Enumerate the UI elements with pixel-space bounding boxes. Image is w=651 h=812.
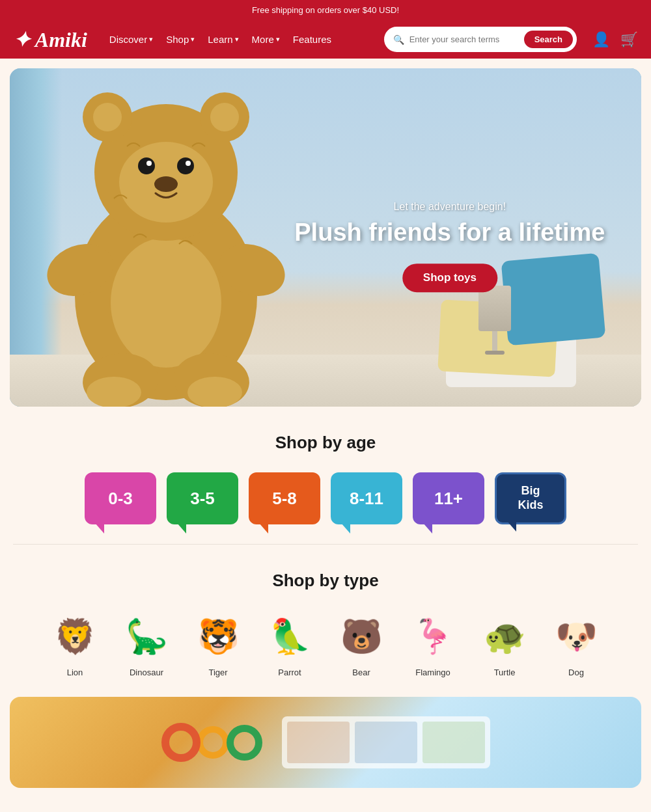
search-button[interactable]: Search — [524, 31, 573, 48]
lion-label: Lion — [67, 668, 83, 677]
svg-point-6 — [87, 377, 141, 407]
age-badge-list: 0-3 3-5 5-8 8-11 11+ BigKids — [13, 472, 638, 524]
shop-by-type-section: Shop by type Lion Dinosaur Tiger Parrot — [0, 545, 651, 697]
hero-title: Plush friends for a lifetime — [294, 218, 605, 248]
animal-dog[interactable]: Dog — [544, 610, 609, 677]
animal-tiger[interactable]: Tiger — [186, 610, 251, 677]
chevron-down-icon: ▾ — [276, 35, 280, 44]
badge-label: 11+ — [434, 489, 463, 509]
main-nav: Discover ▾ Shop ▾ Learn ▾ More ▾ Feature… — [104, 30, 374, 49]
badge-label: 0-3 — [108, 489, 133, 509]
age-badge-5-8[interactable]: 5-8 — [249, 472, 320, 524]
account-icon[interactable]: 👤 — [592, 31, 610, 48]
hero-section: Let the adventure begin! Plush friends f… — [10, 68, 641, 407]
chevron-down-icon: ▾ — [235, 35, 239, 44]
tiger-image — [189, 610, 247, 662]
svg-point-13 — [210, 103, 239, 131]
chevron-down-icon: ▾ — [191, 35, 195, 44]
svg-point-17 — [146, 161, 152, 166]
parrot-label: Parrot — [278, 668, 301, 677]
lamp-decoration — [478, 286, 511, 355]
bear-image — [332, 610, 391, 662]
turtle-image — [475, 610, 534, 662]
shop-by-age-title: Shop by age — [13, 433, 638, 453]
chevron-down-icon: ▾ — [149, 35, 153, 44]
turtle-label: Turtle — [494, 668, 516, 677]
lion-icon — [54, 617, 96, 656]
animal-lion[interactable]: Lion — [42, 610, 107, 677]
dog-image — [547, 610, 605, 662]
animal-turtle[interactable]: Turtle — [472, 610, 537, 677]
search-icon: 🔍 — [393, 34, 404, 45]
hero-content: Let the adventure begin! Plush friends f… — [294, 201, 605, 292]
search-bar: 🔍 Search — [384, 27, 577, 52]
dog-icon — [555, 617, 598, 656]
shop-by-type-title: Shop by type — [13, 571, 638, 591]
flamingo-label: Flamingo — [415, 668, 450, 677]
svg-point-18 — [186, 161, 191, 166]
badge-label: 8-11 — [350, 489, 383, 509]
parrot-icon — [269, 617, 311, 656]
bear-icon — [340, 617, 383, 656]
header-icons: 👤 🛒 — [592, 31, 638, 48]
tiger-label: Tiger — [208, 668, 227, 677]
badge-label: 5-8 — [272, 489, 297, 509]
nav-shop[interactable]: Shop ▾ — [161, 30, 200, 49]
dinosaur-image — [117, 610, 176, 662]
logo-sparkle: ✦ — [13, 28, 35, 51]
nav-more[interactable]: More ▾ — [247, 30, 285, 49]
svg-point-15 — [138, 157, 155, 174]
shop-by-age-section: Shop by age 0-3 3-5 5-8 8-11 11+ BigKids — [0, 407, 651, 544]
nav-learn[interactable]: Learn ▾ — [202, 30, 243, 49]
svg-point-16 — [177, 157, 194, 174]
parrot-image — [260, 610, 319, 662]
animal-parrot[interactable]: Parrot — [257, 610, 322, 677]
nav-discover[interactable]: Discover ▾ — [104, 30, 158, 49]
hero-subtitle: Let the adventure begin! — [294, 201, 605, 213]
shelf-decoration — [282, 716, 490, 768]
svg-point-11 — [93, 103, 122, 131]
site-logo[interactable]: ✦ Amiki — [13, 27, 87, 52]
animal-flamingo[interactable]: Flamingo — [400, 610, 465, 677]
shop-toys-button[interactable]: Shop toys — [402, 264, 497, 292]
lion-image — [46, 610, 104, 662]
flamingo-image — [404, 610, 462, 662]
age-badge-11plus[interactable]: 11+ — [413, 472, 484, 524]
turtle-icon — [484, 617, 526, 656]
bear-label: Bear — [352, 668, 370, 677]
bottom-preview-section — [10, 697, 641, 788]
animal-bear[interactable]: Bear — [329, 610, 394, 677]
dinosaur-icon — [126, 617, 168, 656]
search-input[interactable] — [409, 34, 519, 44]
site-header: ✦ Amiki Discover ▾ Shop ▾ Learn ▾ More ▾… — [0, 20, 651, 59]
age-badge-0-3[interactable]: 0-3 — [85, 472, 156, 524]
badge-label: 3-5 — [190, 489, 215, 509]
cart-icon[interactable]: 🛒 — [620, 31, 638, 48]
tiger-icon — [197, 617, 240, 656]
age-badge-bigkids[interactable]: BigKids — [495, 472, 566, 524]
age-badge-8-11[interactable]: 8-11 — [331, 472, 402, 524]
dinosaur-label: Dinosaur — [130, 668, 163, 677]
promo-banner: Free shipping on orders over $40 USD! — [0, 0, 651, 20]
flamingo-icon — [412, 617, 454, 656]
badge-label: BigKids — [518, 484, 543, 512]
dog-label: Dog — [568, 668, 584, 677]
teddy-bear-image — [29, 81, 303, 407]
animal-dinosaur[interactable]: Dinosaur — [114, 610, 179, 677]
age-badge-3-5[interactable]: 3-5 — [167, 472, 238, 524]
svg-point-19 — [154, 176, 178, 192]
toy-rings-decoration — [161, 723, 262, 762]
svg-point-1 — [111, 237, 221, 368]
nav-features[interactable]: Features — [288, 30, 337, 49]
svg-point-7 — [187, 377, 242, 407]
animal-list: Lion Dinosaur Tiger Parrot Bear — [13, 610, 638, 677]
